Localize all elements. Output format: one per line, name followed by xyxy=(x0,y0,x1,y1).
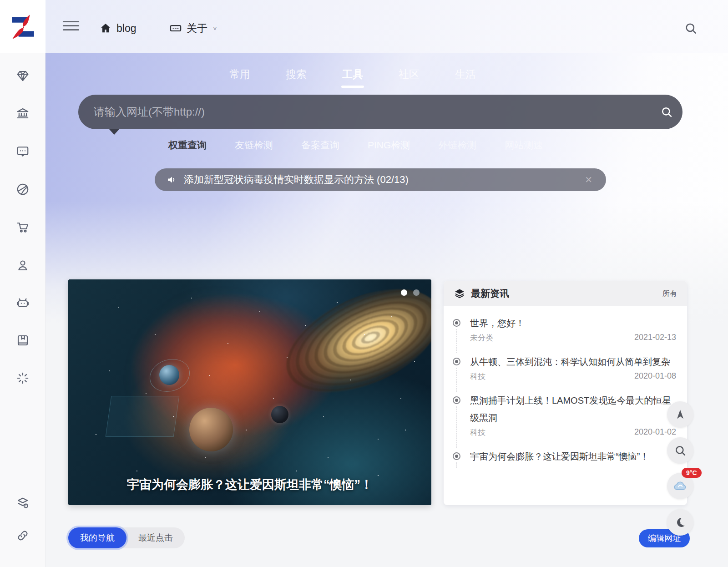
subtab-backlink-check[interactable]: 外链检测 xyxy=(438,139,476,152)
tab-shenghuo[interactable]: 生活 xyxy=(453,65,478,88)
announcement-text: 添加新型冠状病毒疫情实时数据显示的方法 (02/13) xyxy=(184,173,583,187)
robot-icon xyxy=(16,296,30,310)
planet-art xyxy=(159,365,179,385)
gem-icon xyxy=(16,69,30,83)
sidebar-item-spinner[interactable] xyxy=(14,369,32,387)
home-nav-link[interactable]: blog xyxy=(99,17,136,39)
search-icon xyxy=(684,21,698,35)
theme-toggle-button[interactable] xyxy=(667,509,693,536)
sidebar-item-user[interactable] xyxy=(14,256,32,274)
news-item-category: 未分类 xyxy=(470,333,493,343)
carousel-image xyxy=(68,279,431,505)
tab-sousuo[interactable]: 搜索 xyxy=(284,65,308,88)
moon-icon xyxy=(674,516,687,529)
speaker-icon xyxy=(167,174,177,185)
news-item-date: 2020-01-02 xyxy=(634,427,676,438)
sidebar-item-book[interactable] xyxy=(14,331,32,349)
message-badge-icon xyxy=(169,22,182,35)
subtab-weight-query[interactable]: 权重查询 xyxy=(168,139,207,152)
tab-my-navigation[interactable]: 我的导航 xyxy=(68,527,126,548)
home-icon xyxy=(99,22,112,35)
cloud-weather-icon xyxy=(672,478,688,494)
floating-search-button[interactable] xyxy=(667,437,693,464)
carousel-dots xyxy=(401,289,420,296)
user-icon xyxy=(16,258,30,272)
news-list: 世界，您好！ 未分类 2021-02-13 从牛顿、三体到混沌：科学认知如何从简… xyxy=(444,306,687,470)
temperature-badge: 9°C xyxy=(682,468,702,478)
sidebar-item-robot[interactable] xyxy=(14,294,32,312)
sidebar-item-layers[interactable] xyxy=(14,494,32,512)
news-item-title: 从牛顿、三体到混沌：科学认知如何从简单到复杂 xyxy=(470,353,676,370)
book-icon xyxy=(16,334,30,347)
chevron-down-icon: ˅ xyxy=(213,25,217,32)
url-search-bar xyxy=(78,95,682,129)
sidebar-item-link[interactable] xyxy=(14,526,32,545)
sidebar-item-bank[interactable] xyxy=(14,104,32,122)
bank-icon xyxy=(16,106,30,120)
news-item[interactable]: 黑洞捕手计划上线！LAMOST发现迄今最大的恒星级黑洞 科技 2020-01-0… xyxy=(453,386,676,442)
subtab-icp-query[interactable]: 备案查询 xyxy=(301,139,339,152)
carousel-dot-1[interactable] xyxy=(401,289,407,296)
news-item-category: 科技 xyxy=(470,371,485,382)
news-item-title: 宇宙为何会膨胀？这让爱因斯坦非常“懊恼”！ xyxy=(470,448,676,465)
active-subtab-caret xyxy=(109,129,119,135)
chat-icon xyxy=(16,144,30,158)
layers-icon xyxy=(454,288,465,299)
news-item-date: 2021-02-13 xyxy=(634,333,676,343)
news-item-category: 科技 xyxy=(470,427,485,438)
carousel-dot-2[interactable] xyxy=(413,289,420,296)
spinner-icon xyxy=(16,371,30,385)
timeline-dot-icon xyxy=(453,358,460,365)
bottom-tab-group: 我的导航 最近点击 xyxy=(68,527,185,548)
tool-subtabs: 权重查询 友链检测 备案查询 PING检测 外链检测 网站测速 xyxy=(46,139,660,152)
home-nav-label: blog xyxy=(116,22,136,35)
back-to-top-button[interactable] xyxy=(667,401,693,428)
announcement-bar[interactable]: 添加新型冠状病毒疫情实时数据显示的方法 (02/13) ✕ xyxy=(155,168,606,191)
subtab-speed-test[interactable]: 网站测速 xyxy=(505,139,543,152)
search-icon xyxy=(660,106,673,118)
tab-shequ[interactable]: 社区 xyxy=(397,65,421,88)
news-panel-header: 最新资讯 所有 xyxy=(444,281,687,306)
header-search-button[interactable] xyxy=(682,19,700,37)
news-item-title: 黑洞捕手计划上线！LAMOST发现迄今最大的恒星级黑洞 xyxy=(470,392,676,426)
hero-carousel[interactable]: 宇宙为何会膨胀？这让爱因斯坦非常“懊恼”！ xyxy=(68,279,431,505)
timeline-dot-icon xyxy=(453,452,460,460)
sidebar xyxy=(0,0,46,567)
brand-logo[interactable] xyxy=(0,0,46,53)
news-item[interactable]: 世界，您好！ 未分类 2021-02-13 xyxy=(453,309,676,348)
z-logo-icon xyxy=(9,13,37,41)
about-nav-link[interactable]: 关于 ˅ xyxy=(169,17,217,39)
globe-icon xyxy=(16,182,30,196)
latest-news-panel: 最新资讯 所有 世界，您好！ 未分类 2021-02-13 从牛顿、三体到混沌：… xyxy=(444,281,687,505)
tab-recent-clicks[interactable]: 最近点击 xyxy=(126,527,185,548)
subtab-friendlink-check[interactable]: 友链检测 xyxy=(235,139,273,152)
nav-arrow-icon xyxy=(674,408,687,421)
subtab-ping-check[interactable]: PING检测 xyxy=(368,139,410,152)
carousel-caption[interactable]: 宇宙为何会膨胀？这让爱因斯坦非常“懊恼”！ xyxy=(68,475,431,495)
sidebar-item-chat[interactable] xyxy=(14,142,32,160)
about-nav-label: 关于 xyxy=(187,21,207,35)
news-item-title: 世界，您好！ xyxy=(470,314,676,332)
timeline-dot-icon xyxy=(453,319,460,327)
planet-art xyxy=(271,406,288,423)
top-header: blog 关于 ˅ xyxy=(46,0,728,53)
timeline-dot-icon xyxy=(453,396,460,404)
url-input[interactable] xyxy=(78,106,651,118)
cart-icon xyxy=(16,220,30,234)
planet-art xyxy=(189,408,233,451)
sidebar-item-globe[interactable] xyxy=(14,180,32,198)
news-item[interactable]: 从牛顿、三体到混沌：科学认知如何从简单到复杂 科技 2020-01-08 xyxy=(453,348,676,386)
category-tabs: 常用 搜索 工具 社区 生活 xyxy=(46,65,660,88)
news-panel-title: 最新资讯 xyxy=(471,287,662,300)
layers-db-icon xyxy=(16,496,30,510)
sidebar-item-cart[interactable] xyxy=(14,218,32,236)
search-icon xyxy=(674,444,687,457)
tab-gongju[interactable]: 工具 xyxy=(340,65,365,88)
news-item[interactable]: 宇宙为何会膨胀？这让爱因斯坦非常“懊恼”！ xyxy=(453,442,676,470)
close-icon[interactable]: ✕ xyxy=(583,172,594,187)
search-submit-button[interactable] xyxy=(651,95,682,129)
sidebar-item-gem[interactable] xyxy=(14,67,32,85)
menu-toggle-button[interactable] xyxy=(63,20,79,34)
tab-changyong[interactable]: 常用 xyxy=(228,65,252,88)
news-all-link[interactable]: 所有 xyxy=(662,289,677,299)
